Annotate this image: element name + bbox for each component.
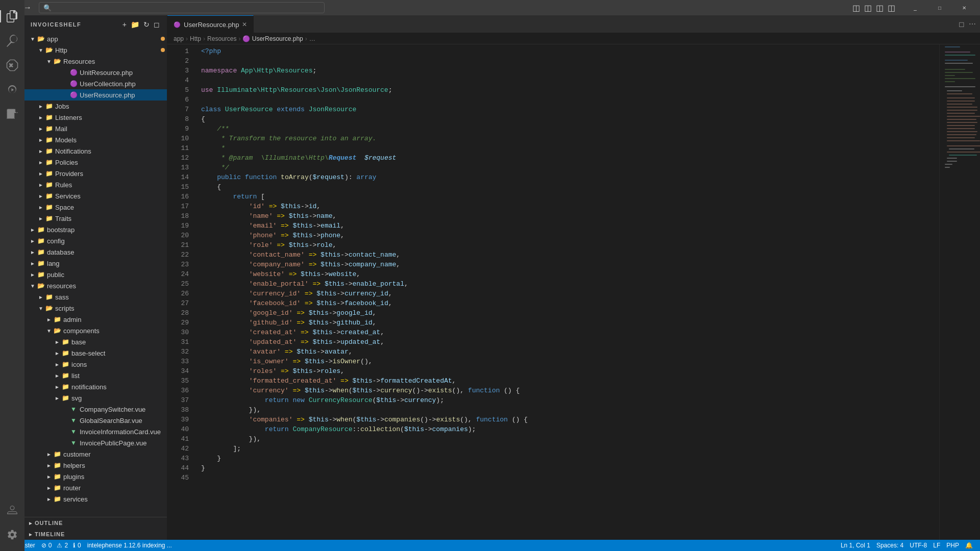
status-indent[interactable]: Spaces: 4 bbox=[873, 542, 906, 549]
folder-icon: 📁 bbox=[53, 450, 61, 458]
status-language[interactable]: PHP bbox=[943, 542, 962, 549]
status-eol[interactable]: LF bbox=[930, 542, 943, 549]
tree-item-userresource[interactable]: ▶ 🟣 UserResource.php bbox=[24, 89, 167, 101]
breadcrumb-file[interactable]: 🟣 UserResource.php bbox=[242, 35, 303, 42]
activity-search[interactable] bbox=[0, 29, 24, 53]
outline-header[interactable]: ► OUTLINE bbox=[24, 517, 167, 529]
breadcrumb-http[interactable]: Http bbox=[190, 35, 201, 42]
status-errors[interactable]: ⊘ 0 ⚠ 2 ℹ 0 bbox=[38, 542, 84, 549]
tree-item-list[interactable]: ► 📁 list bbox=[24, 370, 167, 381]
search-bar[interactable]: 🔍 InvoiceShelf bbox=[39, 2, 325, 13]
activity-settings[interactable] bbox=[0, 522, 24, 547]
activity-debug[interactable] bbox=[0, 78, 24, 102]
new-folder-icon[interactable]: 📁 bbox=[130, 19, 140, 30]
close-button[interactable]: ✕ bbox=[952, 0, 976, 15]
indent-info: Spaces: 4 bbox=[876, 542, 903, 549]
split-editor-icon[interactable]: ◻ bbox=[959, 20, 965, 28]
svg-rect-33 bbox=[947, 158, 957, 159]
tree-item-notifications[interactable]: ► 📁 Notifications bbox=[24, 145, 167, 157]
more-actions-icon[interactable]: ⋯ bbox=[969, 20, 976, 28]
code-line-10: * Transform the resource into an array. bbox=[201, 134, 939, 143]
activity-extensions[interactable] bbox=[0, 102, 24, 127]
code-content[interactable]: <?php namespace App\Http\Resources; use … bbox=[193, 44, 939, 540]
folder-icon: 📁 bbox=[61, 349, 69, 357]
tree-item-components[interactable]: ▼ 📂 components bbox=[24, 325, 167, 336]
tree-label: Services bbox=[55, 192, 167, 200]
tree-label: UserResource.php bbox=[80, 91, 167, 99]
tree-item-policies[interactable]: ► 📁 Policies bbox=[24, 157, 167, 168]
tree-item-config[interactable]: ► 📁 config bbox=[24, 235, 167, 246]
status-indexing[interactable]: intelephense 1.12.6 indexing ... bbox=[84, 542, 175, 549]
layout-icon-4[interactable]: ◫ bbox=[888, 3, 895, 13]
tree-item-base[interactable]: ► 📁 base bbox=[24, 336, 167, 347]
breadcrumb-more[interactable]: … bbox=[309, 35, 315, 42]
tree-item-unitresource[interactable]: ▶ 🟣 UnitResource.php bbox=[24, 67, 167, 78]
tree-item-public[interactable]: ► 📁 public bbox=[24, 269, 167, 280]
tree-item-companyswitcher[interactable]: ▶ ▼ CompanySwitcher.vue bbox=[24, 404, 167, 415]
language-info: PHP bbox=[946, 542, 959, 549]
tree-item-listeners[interactable]: ► 📁 Listeners bbox=[24, 112, 167, 123]
status-encoding[interactable]: UTF-8 bbox=[906, 542, 930, 549]
tree-item-invoiceinformation[interactable]: ▶ ▼ InvoiceInformationCard.vue bbox=[24, 426, 167, 437]
refresh-icon[interactable]: ↻ bbox=[142, 19, 151, 30]
tree-item-admin[interactable]: ► 📁 admin bbox=[24, 314, 167, 325]
tree-item-models[interactable]: ► 📁 Models bbox=[24, 134, 167, 145]
tree-item-globalsearchbar[interactable]: ▶ ▼ GlobalSearchBar.vue bbox=[24, 415, 167, 426]
tree-item-icons[interactable]: ► 📁 icons bbox=[24, 359, 167, 370]
arrow-icon: ► bbox=[37, 193, 45, 199]
status-cursor[interactable]: Ln 1, Col 1 bbox=[838, 542, 873, 549]
tree-item-sass[interactable]: ► 📁 sass bbox=[24, 291, 167, 303]
layout-icon-3[interactable]: ◫ bbox=[876, 3, 884, 13]
activity-account[interactable] bbox=[0, 498, 24, 522]
tree-item-app[interactable]: ▼ 📂 app bbox=[24, 33, 167, 44]
activity-git[interactable] bbox=[0, 53, 24, 78]
layout-icon-1[interactable]: ◫ bbox=[852, 3, 860, 13]
tree-item-providers[interactable]: ► 📁 Providers bbox=[24, 168, 167, 179]
layout-icon-2[interactable]: ◫ bbox=[864, 3, 872, 13]
breadcrumb-app[interactable]: app bbox=[174, 35, 184, 42]
svg-rect-12 bbox=[947, 90, 962, 91]
tree-item-customer[interactable]: ► 📁 customer bbox=[24, 448, 167, 460]
tree-label: Http bbox=[55, 46, 161, 54]
tree-item-http[interactable]: ▼ 📂 Http bbox=[24, 44, 167, 56]
tree-item-services2[interactable]: ► 📁 services bbox=[24, 493, 167, 505]
maximize-button[interactable]: □ bbox=[928, 0, 951, 15]
tab-close-button[interactable]: ✕ bbox=[242, 21, 247, 28]
tree-item-scripts[interactable]: ▼ 📂 scripts bbox=[24, 303, 167, 314]
tree-item-resources[interactable]: ▼ 📂 resources bbox=[24, 280, 167, 291]
tree-item-router[interactable]: ► 📁 router bbox=[24, 482, 167, 493]
arrow-icon: ► bbox=[37, 115, 45, 120]
tree-item-database[interactable]: ► 📁 database bbox=[24, 246, 167, 258]
search-input[interactable]: InvoiceShelf bbox=[55, 4, 320, 12]
tree-item-lang[interactable]: ► 📁 lang bbox=[24, 258, 167, 269]
tab-userresource[interactable]: 🟣 UserResource.php ✕ bbox=[167, 15, 254, 33]
tree-item-rules[interactable]: ► 📁 Rules bbox=[24, 179, 167, 190]
tree-item-resources-folder[interactable]: ▼ 📂 Resources bbox=[24, 56, 167, 67]
tree-item-bootstrap[interactable]: ► 📁 bootstrap bbox=[24, 224, 167, 235]
tree-label: Listeners bbox=[55, 114, 167, 121]
tree-item-jobs[interactable]: ► 📁 Jobs bbox=[24, 101, 167, 112]
status-feedback[interactable]: 🔔 bbox=[962, 542, 976, 549]
tree-item-services[interactable]: ► 📁 Services bbox=[24, 190, 167, 202]
tree-item-traits[interactable]: ► 📁 Traits bbox=[24, 213, 167, 224]
tree-item-notifications2[interactable]: ► 📁 notifications bbox=[24, 381, 167, 392]
tree-item-base-select[interactable]: ► 📁 base-select bbox=[24, 347, 167, 359]
tree-item-usercollection[interactable]: ▶ 🟣 UserCollection.php bbox=[24, 78, 167, 89]
tree-item-invoicepublic[interactable]: ▶ ▼ InvoicePublicPage.vue bbox=[24, 437, 167, 448]
minimize-button[interactable]: ⎯ bbox=[903, 0, 927, 15]
new-file-icon[interactable]: + bbox=[121, 19, 128, 30]
svg-rect-27 bbox=[947, 137, 975, 138]
tree-item-svg[interactable]: ► 📁 svg bbox=[24, 392, 167, 404]
breadcrumb-resources[interactable]: Resources bbox=[207, 35, 236, 42]
tree-item-helpers[interactable]: ► 📁 helpers bbox=[24, 460, 167, 471]
vue-icon: ▼ bbox=[69, 428, 78, 435]
tree-item-mail[interactable]: ► 📁 Mail bbox=[24, 123, 167, 134]
collapse-icon[interactable]: ◻ bbox=[153, 19, 161, 30]
code-line-35: 'formatted_created_at' => $this->formatt… bbox=[201, 376, 939, 386]
tree-item-plugins[interactable]: ► 📁 plugins bbox=[24, 471, 167, 482]
tree-item-space[interactable]: ► 📁 Space bbox=[24, 202, 167, 213]
arrow-icon: ► bbox=[37, 205, 45, 210]
timeline-header[interactable]: ► TIMELINE bbox=[24, 529, 167, 540]
activity-explorer[interactable] bbox=[0, 4, 24, 29]
error-icon: ⊘ bbox=[41, 542, 46, 549]
